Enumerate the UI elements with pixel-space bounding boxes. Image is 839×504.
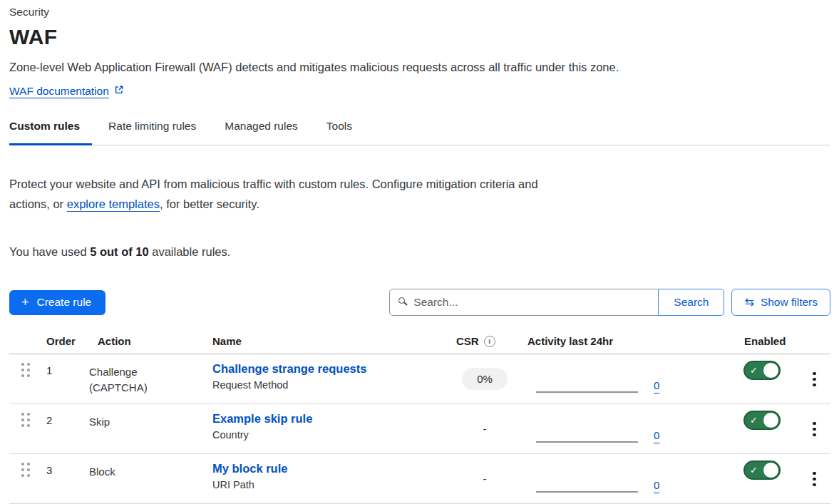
explore-templates-link[interactable]: explore templates (67, 197, 160, 210)
activity-cell: 0 (527, 354, 720, 403)
rule-field: Request Method (212, 379, 442, 391)
enabled-cell: ✓ (720, 354, 795, 403)
column-header-activity: Activity last 24hr (527, 335, 720, 347)
enabled-cell: ✓ (720, 404, 795, 453)
rule-name-link[interactable]: Example skip rule (212, 412, 442, 426)
toggle-knob (763, 363, 778, 378)
csr-cell: 0% (442, 354, 527, 403)
kebab-menu-icon[interactable] (808, 470, 820, 488)
activity-cell: 0 (527, 454, 720, 503)
usage-suffix: available rules. (149, 245, 231, 258)
rule-action: Skip (89, 404, 212, 453)
rule-name-cell: Example skip rule Country (212, 404, 442, 453)
rule-name-link[interactable]: My block rule (212, 462, 442, 475)
csr-value: - (483, 423, 487, 435)
enabled-toggle[interactable]: ✓ (743, 361, 781, 380)
rule-action-line2: (CAPTCHA) (89, 380, 212, 396)
drag-handle-cell (9, 354, 46, 403)
doc-link-row: WAF documentation (9, 85, 830, 98)
table-row: 2 Skip Example skip rule Country - 0 ✓ (9, 404, 830, 454)
check-icon: ✓ (750, 466, 758, 475)
rule-name-cell: My block rule URI Path (212, 454, 442, 503)
table-row: 1 Challenge (CAPTCHA) Challenge strange … (9, 354, 830, 404)
toolbar-right: Search ⇆ Show filters (389, 289, 830, 316)
activity-count-link[interactable]: 0 (654, 429, 659, 441)
search-input[interactable] (389, 289, 659, 316)
toggle-knob (763, 463, 778, 478)
table-header: Order Action Name CSR i Activity last 24… (9, 329, 830, 354)
tab-custom-rules[interactable]: Custom rules (9, 120, 92, 145)
page-title: WAF (9, 25, 830, 49)
tab-rate-limiting-rules[interactable]: Rate limiting rules (108, 120, 196, 145)
activity-sparkline (536, 391, 638, 393)
waf-page: Security WAF Zone-level Web Application … (0, 0, 839, 504)
rule-action-line1: Block (89, 464, 212, 480)
rule-order: 2 (46, 404, 89, 453)
tab-bar: Custom rules Rate limiting rules Managed… (9, 120, 830, 145)
external-link-icon (114, 85, 124, 98)
rule-field: URI Path (212, 479, 442, 490)
search-icon (398, 297, 405, 304)
page-description: Zone-level Web Application Firewall (WAF… (9, 61, 830, 74)
breadcrumb-security: Security (9, 6, 830, 19)
rule-action-line1: Challenge (89, 364, 212, 380)
column-header-action: Action (89, 335, 212, 347)
activity-cell: 0 (527, 404, 720, 453)
enabled-cell: ✓ (720, 454, 795, 503)
drag-handle-icon[interactable] (21, 463, 46, 477)
enabled-toggle[interactable]: ✓ (743, 461, 781, 480)
activity-sparkline (536, 491, 638, 493)
show-filters-label: Show filters (761, 296, 818, 309)
csr-value-badge: 0% (462, 368, 508, 390)
usage-prefix: You have used (9, 245, 90, 258)
activity-count-link[interactable]: 0 (654, 379, 659, 391)
rule-action: Challenge (CAPTCHA) (89, 354, 212, 403)
csr-cell: - (442, 454, 527, 503)
drag-handle-cell (9, 454, 46, 503)
column-header-enabled: Enabled (720, 335, 795, 347)
toggle-knob (763, 413, 778, 428)
rule-action: Block (89, 454, 212, 503)
header-spacer (795, 335, 830, 347)
drag-handle-cell (9, 404, 46, 453)
csr-header-label: CSR (456, 335, 479, 347)
rule-order: 3 (46, 454, 89, 503)
tab-managed-rules[interactable]: Managed rules (225, 120, 298, 145)
rule-field: Country (212, 429, 442, 441)
enabled-toggle[interactable]: ✓ (743, 411, 781, 430)
activity-count-link[interactable]: 0 (654, 479, 659, 491)
rule-action-line1: Skip (89, 414, 212, 430)
search-group: Search (389, 289, 724, 316)
rule-order: 1 (46, 354, 89, 403)
kebab-cell (795, 404, 830, 453)
table-row: 3 Block My block rule URI Path - 0 ✓ (9, 454, 830, 504)
toolbar: + Create rule Search ⇆ Show filters (9, 289, 830, 316)
swap-arrows-icon: ⇆ (744, 297, 753, 308)
check-icon: ✓ (750, 416, 758, 425)
create-rule-label: Create rule (37, 296, 92, 309)
header-spacer (9, 335, 46, 347)
column-header-csr: CSR i (442, 335, 527, 347)
kebab-cell (795, 454, 830, 503)
rule-name-link[interactable]: Challenge strange requests (212, 362, 442, 376)
tab-tools[interactable]: Tools (326, 120, 352, 145)
column-header-order: Order (46, 335, 89, 347)
create-rule-button[interactable]: + Create rule (9, 290, 105, 315)
column-header-name: Name (212, 335, 442, 347)
drag-handle-icon[interactable] (21, 363, 46, 377)
csr-value: - (483, 473, 487, 485)
kebab-menu-icon[interactable] (808, 421, 820, 438)
usage-count: 5 out of 10 (90, 245, 149, 258)
drag-handle-icon[interactable] (21, 413, 46, 427)
activity-sparkline (536, 441, 638, 443)
info-icon[interactable]: i (484, 336, 495, 347)
intro-text: Protect your website and API from malici… (9, 174, 538, 214)
plus-icon: + (21, 296, 29, 309)
search-button[interactable]: Search (658, 289, 724, 316)
kebab-menu-icon[interactable] (808, 371, 820, 389)
intro-text-after: , for better security. (160, 197, 259, 210)
waf-documentation-link[interactable]: WAF documentation (9, 85, 109, 98)
show-filters-button[interactable]: ⇆ Show filters (731, 289, 830, 316)
rule-name-cell: Challenge strange requests Request Metho… (212, 354, 442, 403)
usage-text: You have used 5 out of 10 available rule… (9, 245, 830, 259)
